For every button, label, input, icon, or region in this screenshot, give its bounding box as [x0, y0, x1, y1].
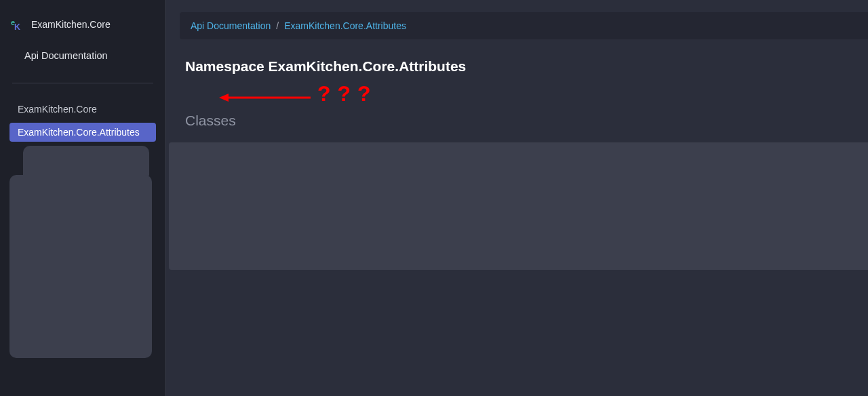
section-header-classes: Classes	[166, 111, 868, 140]
brand-logo-icon: e K	[11, 18, 24, 31]
sidebar-placeholder	[0, 146, 165, 358]
sidebar-placeholder-body	[9, 175, 152, 358]
arrow-icon	[219, 92, 314, 106]
page-title: Namespace ExamKitchen.Core.Attributes	[166, 39, 868, 80]
brand-name: ExamKitchen.Core	[31, 19, 111, 30]
sidebar-item-examkitchen-core[interactable]: ExamKitchen.Core	[9, 100, 156, 119]
svg-marker-3	[219, 94, 229, 102]
classes-panel	[169, 142, 868, 270]
sidebar-placeholder-tab	[23, 146, 149, 176]
sidebar-divider	[12, 83, 153, 83]
annotation-text: ???	[317, 81, 378, 106]
sidebar-nav-list: ExamKitchen.Core ExamKitchen.Core.Attrib…	[0, 100, 165, 142]
sidebar: e K ExamKitchen.Core Api Documentation E…	[0, 0, 166, 396]
breadcrumb-link-api-documentation[interactable]: Api Documentation	[191, 20, 271, 31]
breadcrumb-link-attributes[interactable]: ExamKitchen.Core.Attributes	[284, 20, 406, 31]
breadcrumb: Api Documentation / ExamKitchen.Core.Att…	[180, 12, 868, 39]
main-content: Api Documentation / ExamKitchen.Core.Att…	[166, 0, 868, 396]
sidebar-subtitle[interactable]: Api Documentation	[0, 38, 165, 77]
sidebar-item-examkitchen-core-attributes[interactable]: ExamKitchen.Core.Attributes	[9, 123, 156, 142]
annotation-overlay: ???	[185, 84, 868, 111]
sidebar-header: e K ExamKitchen.Core	[0, 0, 165, 38]
svg-text:K: K	[14, 22, 20, 31]
breadcrumb-separator: /	[276, 20, 279, 31]
